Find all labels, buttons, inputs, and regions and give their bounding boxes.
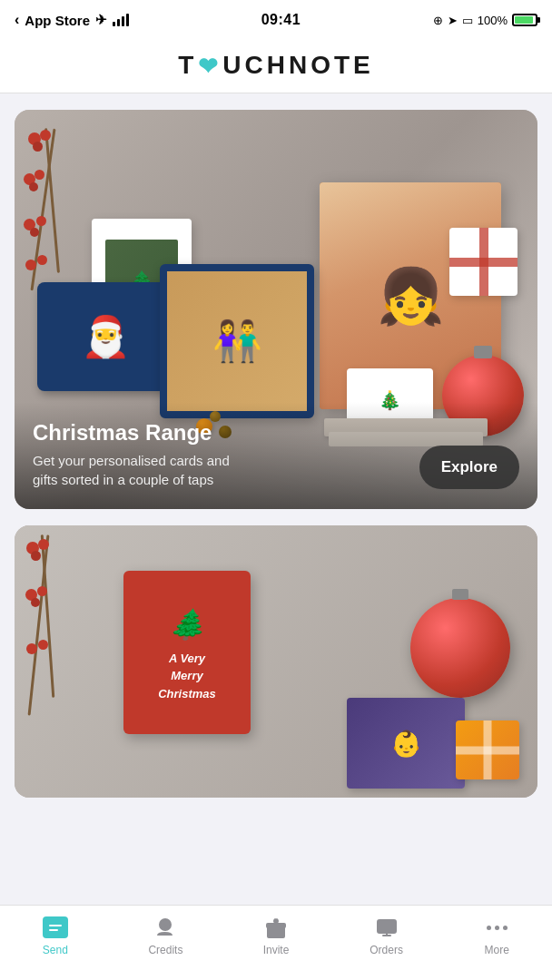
nav-item-orders[interactable]: Orders [331, 915, 442, 956]
nav-label-send: Send [43, 944, 68, 956]
send-line-1 [49, 925, 62, 926]
gift-box [449, 228, 518, 296]
second-card[interactable]: 🌲 A VeryMerryChristmas 👶 [15, 525, 537, 798]
second-red-bauble [410, 598, 510, 698]
main-content: 🌲 👧 🎅 👫 [0, 93, 552, 888]
more-dots-icon [487, 926, 508, 930]
explore-button[interactable]: Explore [419, 446, 519, 489]
second-card-message: 🌲 A VeryMerryChristmas [149, 593, 225, 712]
status-time: 09:41 [261, 12, 301, 28]
back-arrow-icon: ‹ [15, 12, 19, 28]
svg-rect-3 [378, 920, 396, 933]
nav-item-credits[interactable]: Credits [111, 915, 222, 956]
nav-label-more: More [485, 944, 509, 956]
carrier-label: App Store [25, 13, 90, 28]
location-icon: ⊕ [433, 14, 443, 27]
second-photo-card: 👶 [347, 698, 465, 789]
dot-3 [503, 926, 508, 930]
invite-icon [264, 916, 288, 939]
status-left: ‹ App Store ✈ [15, 12, 129, 28]
send-line-2 [49, 929, 58, 931]
signal-bars [113, 14, 129, 26]
second-bauble-top [452, 589, 468, 600]
battery-percent: 100% [478, 14, 508, 27]
hero-title: Christmas Range [33, 420, 409, 446]
hero-overlay: Christmas Range Get your personalised ca… [15, 402, 537, 509]
hero-card[interactable]: 🌲 👧 🎅 👫 [15, 110, 537, 509]
battery-indicator [512, 14, 537, 26]
bottom-nav: Send Credits Invite [0, 905, 552, 980]
status-bar: ‹ App Store ✈ 09:41 ⊕ ➤ ▭ 100% [0, 0, 552, 40]
second-red-christmas-card: 🌲 A VeryMerryChristmas [123, 571, 251, 734]
nav-item-more[interactable]: More [441, 915, 552, 956]
santa-icon: 🎅 [81, 313, 131, 360]
portrait-icon: 👧 [377, 264, 445, 328]
orders-icon-wrap [372, 915, 401, 940]
nav-label-invite: Invite [263, 944, 290, 956]
bauble-top [474, 346, 492, 358]
christmas-card: 🎅 [37, 282, 173, 391]
second-card-scene: 🌲 A VeryMerryChristmas 👶 [15, 525, 537, 798]
hero-image: 🌲 👧 🎅 👫 [15, 110, 537, 509]
couple-icon: 👫 [212, 318, 262, 365]
nav-label-orders: Orders [370, 944, 403, 956]
nav-label-credits: Credits [148, 944, 182, 956]
screen-icon: ▭ [462, 14, 473, 27]
dot-1 [487, 926, 491, 930]
credits-icon [153, 916, 177, 939]
credits-icon-wrap [151, 915, 180, 940]
send-lines [49, 925, 62, 931]
hero-subtitle: Get your personalised cards and gifts so… [33, 451, 251, 489]
hero-text-block: Christmas Range Get your personalised ca… [33, 420, 409, 489]
second-gift-box [456, 720, 519, 779]
invite-icon-wrap [261, 915, 291, 940]
airplane-icon: ✈ [95, 12, 107, 28]
nav-item-send[interactable]: Send [0, 915, 111, 956]
app-header: T❤UCHNOTE [0, 40, 552, 93]
dot-2 [495, 926, 499, 930]
square-photo-card: 👫 [160, 264, 314, 418]
send-icon [43, 916, 68, 938]
more-icon-wrap [482, 915, 511, 940]
logo-heart-icon: ❤ [198, 53, 222, 81]
nav-item-invite[interactable]: Invite [221, 915, 331, 956]
orders-icon [375, 916, 399, 939]
send-icon-wrap [41, 915, 70, 940]
logo: T❤UCHNOTE [178, 51, 374, 79]
status-right: ⊕ ➤ ▭ 100% [433, 14, 537, 27]
gps-icon: ➤ [448, 14, 458, 27]
